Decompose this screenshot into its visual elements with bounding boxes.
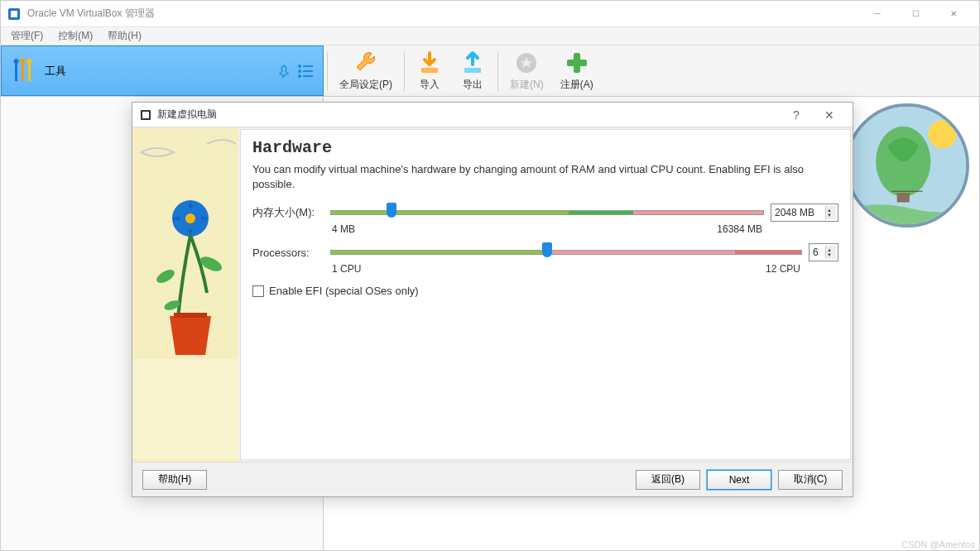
tools-label: 工具 — [45, 64, 268, 79]
processors-slider[interactable] — [330, 250, 802, 255]
svg-rect-2 — [15, 61, 17, 81]
svg-rect-24 — [142, 112, 149, 118]
svg-point-20 — [929, 120, 957, 148]
menubar: 管理(F) 控制(M) 帮助(H) — [1, 27, 979, 46]
back-button[interactable]: 返回(B) — [636, 470, 700, 490]
memory-slider[interactable] — [330, 210, 764, 215]
toolbar-new: 新建(N) — [502, 46, 552, 96]
svg-point-28 — [185, 213, 195, 223]
toolbar-global-settings[interactable]: 全局设定(P) — [331, 46, 401, 96]
dialog-title: 新建虚拟电脑 — [157, 108, 780, 122]
help-button[interactable]: 帮助(H) — [142, 470, 207, 490]
processors-label: Processors: — [252, 247, 324, 259]
svg-point-8 — [298, 65, 301, 68]
processors-max-label: 12 CPU — [766, 263, 800, 275]
virtualbox-icon — [139, 108, 152, 122]
add-icon — [564, 50, 590, 76]
processors-min-label: 1 CPU — [332, 263, 361, 275]
memory-label: 内存大小(M): — [252, 205, 324, 220]
memory-slider-handle[interactable] — [387, 203, 396, 218]
svg-point-7 — [27, 59, 32, 64]
window-title: Oracle VM VirtualBox 管理器 — [27, 7, 858, 21]
memory-max-label: 16384 MB — [717, 223, 762, 235]
efi-checkbox[interactable] — [252, 285, 264, 297]
processors-spinbox[interactable]: 6▲▼ — [809, 243, 838, 261]
svg-rect-22 — [897, 193, 910, 202]
close-button[interactable]: ✕ — [934, 1, 973, 27]
import-icon — [416, 50, 443, 76]
svg-rect-3 — [22, 61, 24, 81]
memory-min-label: 4 MB — [332, 223, 355, 235]
processors-slider-handle[interactable] — [542, 242, 552, 257]
watermark: CSDN @Amentos — [901, 539, 975, 549]
tools-button[interactable]: 工具 — [1, 46, 324, 96]
pin-icon[interactable] — [276, 64, 291, 79]
toolbar-import[interactable]: 导入 — [408, 46, 451, 96]
svg-rect-4 — [28, 61, 31, 81]
main-titlebar: Oracle VM VirtualBox 管理器 ─ ☐ ✕ — [1, 1, 979, 27]
svg-rect-14 — [421, 68, 438, 73]
svg-rect-9 — [303, 65, 313, 67]
svg-point-6 — [21, 59, 26, 64]
minimize-button[interactable]: ─ — [858, 1, 896, 27]
export-icon — [459, 50, 486, 76]
balloon-illustration — [845, 103, 969, 228]
virtualbox-icon — [7, 7, 21, 21]
new-icon — [513, 50, 540, 76]
toolbar-export[interactable]: 导出 — [451, 46, 494, 96]
dialog-close-button[interactable]: ✕ — [813, 103, 846, 127]
dialog-sidebar-illustration — [132, 127, 238, 462]
menu-file[interactable]: 管理(F) — [4, 27, 50, 45]
efi-label: Enable EFI (special OSes only) — [269, 285, 419, 297]
dialog-description: You can modify virtual machine's hardwar… — [252, 162, 838, 192]
memory-spinbox[interactable]: 2048 MB▲▼ — [771, 204, 838, 222]
next-button[interactable]: Next — [707, 470, 771, 490]
dialog-heading: Hardware — [252, 138, 838, 157]
menu-control[interactable]: 控制(M) — [51, 27, 99, 45]
svg-rect-33 — [132, 359, 238, 458]
svg-point-12 — [298, 74, 301, 78]
toolbar-register[interactable]: 注册(A) — [552, 46, 602, 96]
menu-help[interactable]: 帮助(H) — [101, 27, 148, 45]
svg-rect-18 — [567, 60, 587, 66]
svg-point-5 — [14, 59, 19, 64]
dialog-help-button[interactable]: ? — [780, 103, 813, 127]
tools-icon — [10, 58, 36, 84]
svg-rect-11 — [303, 70, 313, 72]
svg-rect-13 — [303, 75, 313, 77]
svg-point-10 — [298, 69, 301, 73]
maximize-button[interactable]: ☐ — [896, 1, 934, 27]
new-vm-dialog: 新建虚拟电脑 ? ✕ Hardware — [132, 102, 853, 497]
wrench-icon — [353, 50, 379, 76]
svg-rect-32 — [174, 313, 207, 318]
list-icon[interactable] — [296, 62, 315, 80]
cancel-button[interactable]: 取消(C) — [778, 470, 843, 490]
svg-rect-15 — [464, 68, 481, 73]
svg-rect-1 — [11, 11, 17, 17]
dialog-titlebar: 新建虚拟电脑 ? ✕ — [132, 103, 853, 127]
